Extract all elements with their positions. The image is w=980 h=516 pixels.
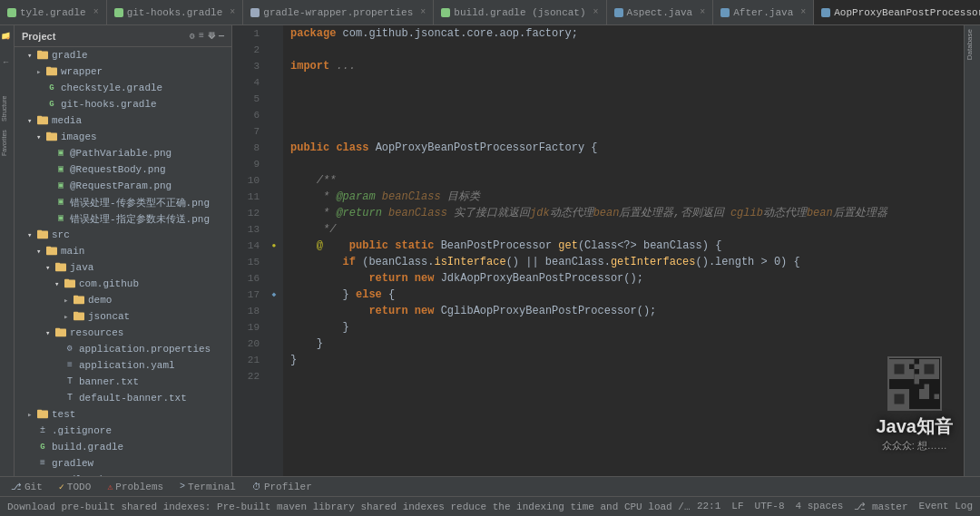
commit-icon[interactable]: ↑ — [1, 56, 14, 69]
tree-item-java-dir[interactable]: ▾java — [15, 259, 231, 276]
project-icon[interactable]: 📁 — [1, 31, 14, 44]
tree-item-error-type-png[interactable]: ▣错误处理-传参类型不正确.png — [15, 194, 231, 210]
tree-item-gradlew-file[interactable]: ≡gradlew — [15, 455, 231, 472]
tree-item-src-dir[interactable]: ▾src — [15, 227, 231, 243]
tree-item-resources-dir[interactable]: ▾resources — [15, 325, 231, 341]
project-panel: Project ⚙ ≡ ⟱ — ▾gradle▸wrapperGchecksty… — [15, 25, 232, 476]
structure-icon[interactable]: Structure — [1, 109, 14, 122]
tree-arrow-test-dir: ▸ — [27, 410, 36, 420]
code-content[interactable]: package com.github.jsoncat.core.aop.fact… — [283, 25, 964, 476]
tree-item-gradle-dir[interactable]: ▾gradle — [15, 47, 231, 63]
bottom-tab-terminal[interactable]: >Terminal — [172, 477, 243, 496]
panel-action-minimize[interactable]: — — [219, 31, 224, 42]
tab-close-after-java[interactable]: × — [800, 7, 806, 17]
tree-item-wrapper-dir[interactable]: ▸wrapper — [15, 63, 231, 80]
tree-item-default-banner-txt[interactable]: Tdefault-banner.txt — [15, 390, 231, 406]
tree-label-demo-dir: demo — [88, 295, 112, 306]
status-encoding[interactable]: UTF-8 — [755, 501, 785, 512]
tree-item-main-dir[interactable]: ▾main — [15, 243, 231, 259]
status-indent[interactable]: 4 spaces — [796, 501, 844, 512]
token: } — [290, 354, 297, 366]
line-numbers: 12345678910111213141516171819202122 — [232, 25, 265, 476]
folder-icon-com-github-dir — [64, 277, 76, 290]
token: <?> — [617, 239, 643, 252]
line-number-12: 12 — [232, 205, 260, 221]
tree-item-error-param-png[interactable]: ▣错误处理-指定参数未传送.png — [15, 210, 231, 227]
tree-item-request-body-png[interactable]: ▣@RequestBody.png — [15, 161, 231, 178]
tree-item-git-hooks-gradle-file[interactable]: Ggit-hooks.gradle — [15, 96, 231, 112]
code-line-19: } — [290, 319, 964, 336]
bottom-tab-profiler[interactable]: ⏱Profiler — [245, 477, 319, 496]
gradle-icon-git-hooks-gradle-file: G — [45, 98, 58, 111]
line-number-19: 19 — [232, 319, 260, 336]
bottom-tab-todo[interactable]: ✓TODO — [52, 477, 98, 496]
tree-item-banner-txt[interactable]: Tbanner.txt — [15, 374, 231, 390]
bottom-tab-problems[interactable]: ⚠Problems — [100, 477, 171, 496]
tab-close-tyle-gradle[interactable]: × — [93, 7, 99, 17]
tab-close-gradle-wrapper-properties[interactable]: × — [420, 7, 426, 17]
tree-label-jsoncat-dir: jsoncat — [88, 311, 130, 322]
tree-item-request-param-png[interactable]: ▣@RequestParam.png — [15, 178, 231, 194]
tree-label-gitignore-file: .gitignore — [52, 425, 112, 436]
gutter-annotation-4 — [265, 74, 283, 91]
tab-tyle-gradle[interactable]: tyle.gradle× — [0, 0, 107, 24]
tab-gradle-wrapper-properties[interactable]: gradle-wrapper.properties× — [243, 0, 434, 24]
tab-close-aspect-java[interactable]: × — [700, 7, 705, 17]
tab-git-hooks-gradle[interactable]: git-hooks.gradle× — [107, 0, 244, 24]
token: cglib — [730, 207, 763, 219]
panel-action-layout[interactable]: ≡ — [199, 31, 204, 42]
token: JdkAopProxyBeanPostProcessor — [441, 272, 624, 285]
folder-icon-src-dir — [36, 229, 49, 241]
token: { — [382, 288, 395, 301]
tab-aop-proxy-factory-java[interactable]: AopProxyBeanPostProcessorFactory.java× — [814, 0, 980, 24]
line-number-6: 6 — [232, 107, 260, 123]
tab-close-build-gradle-jsoncat[interactable]: × — [593, 7, 599, 17]
status-position[interactable]: 22:1 — [697, 501, 720, 512]
line-number-4: 4 — [232, 74, 260, 91]
tree-item-path-variable-png[interactable]: ▣@PathVariable.png — [15, 145, 231, 161]
tree-item-com-github-dir[interactable]: ▾com.github — [15, 276, 231, 292]
code-line-12: * @return beanClass 实了接口就返回jdk动态代理bean后置… — [290, 205, 964, 221]
tree-item-application-properties[interactable]: ⚙application.properties — [15, 341, 231, 357]
tree-item-media-dir[interactable]: ▾media — [15, 112, 231, 129]
token: beanClass — [643, 239, 702, 252]
status-encoding-lf[interactable]: LF — [731, 501, 743, 512]
tree-item-jsoncat-dir[interactable]: ▸jsoncat — [15, 308, 231, 325]
panel-action-expand[interactable]: ⟱ — [208, 31, 215, 42]
profiler-icon: ⏱ — [252, 482, 261, 492]
txt-icon-banner-txt: T — [64, 375, 76, 388]
bottom-tab-git[interactable]: ⎇Git — [4, 477, 50, 496]
tree-label-error-type-png: 错误处理-传参类型不正确.png — [70, 196, 210, 209]
database-icon[interactable]: Database — [965, 29, 980, 60]
token — [368, 141, 375, 154]
tab-after-java[interactable]: After.java× — [713, 0, 814, 24]
folder-icon-demo-dir — [73, 294, 85, 307]
line-number-3: 3 — [232, 58, 260, 74]
tree-label-banner-txt: banner.txt — [79, 376, 139, 387]
tree-label-src-dir: src — [52, 229, 70, 240]
token: public — [290, 141, 329, 154]
token: bean — [807, 207, 833, 219]
tree-item-gitignore-file[interactable]: ±.gitignore — [15, 423, 231, 439]
tab-close-git-hooks-gradle[interactable]: × — [230, 7, 235, 17]
gradle-icon-build-gradle-file: G — [36, 441, 49, 453]
token: @return — [336, 207, 381, 219]
tree-item-demo-dir[interactable]: ▸demo — [15, 292, 231, 308]
tree-label-build-gradle-file: build.gradle — [52, 442, 123, 453]
tree-item-checkstyle-gradle[interactable]: Gcheckstyle.gradle — [15, 80, 231, 96]
editor-area: 12345678910111213141516171819202122 ●◆ p… — [232, 25, 964, 476]
bottom-tab-label-problems: Problems — [115, 482, 163, 492]
tab-aspect-java[interactable]: Aspect.java× — [607, 0, 714, 24]
tree-item-images-dir[interactable]: ▾images — [15, 129, 231, 145]
tab-build-gradle-jsoncat[interactable]: build.gradle (jsoncat)× — [434, 0, 606, 24]
favorites-icon[interactable]: Favorites — [1, 143, 14, 156]
tree-item-application-yaml[interactable]: ≡application.yaml — [15, 357, 231, 374]
token — [434, 272, 440, 285]
tree-item-test-dir[interactable]: ▸test — [15, 406, 231, 423]
tree-label-request-param-png: @RequestParam.png — [70, 180, 172, 191]
tree-item-build-gradle-file[interactable]: Gbuild.gradle — [15, 439, 231, 455]
panel-action-settings[interactable]: ⚙ — [190, 31, 195, 42]
status-event-log[interactable]: Event Log — [919, 501, 973, 512]
status-branch[interactable]: ⎇ master — [854, 501, 907, 512]
svg-rect-21 — [55, 328, 60, 331]
